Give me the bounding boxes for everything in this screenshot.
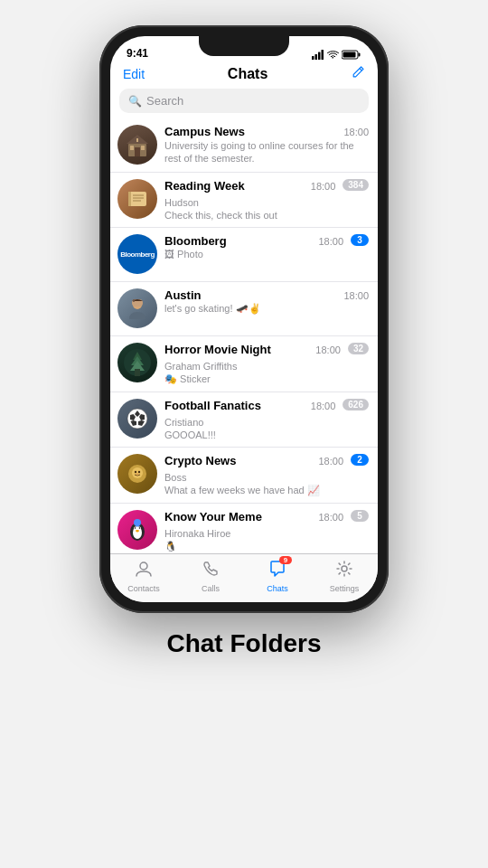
svg-rect-0 bbox=[312, 56, 314, 60]
badge-horror: 32 bbox=[348, 343, 369, 354]
chat-item-campus-news[interactable]: Campus News 18:00 University is going to… bbox=[110, 118, 378, 173]
chat-meta-horror: 32 bbox=[348, 343, 369, 354]
chats-badge: 9 bbox=[279, 556, 292, 564]
chat-time-crypto: 18:00 bbox=[318, 456, 343, 467]
svg-rect-1 bbox=[315, 54, 318, 60]
chat-name-campus-news: Campus News bbox=[164, 125, 245, 138]
chat-time-bloomberg: 18:00 bbox=[318, 236, 343, 247]
chat-item-crypto[interactable]: Crypto News 18:00 Boss What a few weeks … bbox=[110, 448, 378, 504]
chat-sub-meme: Hironaka Hiroe bbox=[164, 528, 230, 539]
chat-meta-crypto: 2 bbox=[351, 454, 369, 466]
svg-rect-3 bbox=[322, 50, 324, 60]
svg-point-47 bbox=[140, 562, 147, 570]
forest-icon bbox=[124, 349, 151, 376]
avatar-horror bbox=[117, 343, 157, 382]
avatar-crypto bbox=[117, 454, 157, 494]
svg-point-42 bbox=[139, 527, 141, 529]
svg-rect-25 bbox=[135, 369, 140, 376]
tab-chats[interactable]: 9 Chats bbox=[244, 560, 311, 593]
nav-bar: Edit Chats bbox=[110, 61, 378, 89]
chat-sub-crypto: Boss bbox=[164, 472, 186, 483]
chat-content-crypto: Crypto News 18:00 Boss What a few weeks … bbox=[164, 454, 343, 496]
badge-football: 626 bbox=[343, 399, 369, 410]
svg-rect-9 bbox=[135, 147, 140, 156]
phone-screen: 9:41 bbox=[110, 36, 378, 602]
svg-rect-6 bbox=[343, 52, 356, 58]
chat-sub-horror: Graham Griffiths bbox=[164, 361, 238, 372]
book-icon bbox=[125, 186, 150, 212]
tab-calls[interactable]: Calls bbox=[177, 560, 244, 593]
chat-time-meme: 18:00 bbox=[318, 512, 343, 523]
svg-rect-12 bbox=[136, 138, 138, 142]
tab-settings[interactable]: Settings bbox=[311, 560, 378, 593]
phone-shell: 9:41 bbox=[99, 25, 389, 613]
battery-icon bbox=[342, 50, 361, 60]
avatar-reading-week bbox=[117, 179, 157, 219]
svg-rect-20 bbox=[133, 299, 135, 302]
chat-preview-crypto: What a few weeks we have had 📈 bbox=[164, 485, 343, 496]
chat-meta-bloomberg: 3 bbox=[351, 234, 369, 246]
chat-preview-horror: 🎭 Sticker bbox=[164, 373, 341, 385]
edit-button[interactable]: Edit bbox=[123, 67, 145, 81]
badge-meme: 5 bbox=[351, 510, 369, 522]
tab-label-contacts: Contacts bbox=[127, 584, 160, 593]
chat-content-horror: Horror Movie Night 18:00 Graham Griffith… bbox=[164, 343, 341, 385]
chat-item-bloomberg[interactable]: Bloomberg Bloomberg 18:00 🖼 Photo 3 bbox=[110, 228, 378, 282]
chat-item-reading-week[interactable]: Reading Week 18:00 Hudson Check this, ch… bbox=[110, 173, 378, 228]
chat-list: Campus News 18:00 University is going to… bbox=[110, 118, 378, 553]
svg-point-33 bbox=[132, 467, 143, 478]
avatar-austin bbox=[117, 288, 157, 328]
chats-icon: 9 bbox=[268, 560, 286, 582]
badge-crypto: 2 bbox=[351, 454, 369, 466]
chat-content-football: Football Fanatics 18:00 Cristiano GOOOAL… bbox=[164, 399, 335, 440]
svg-rect-2 bbox=[318, 52, 321, 61]
chat-content-meme: Know Your Meme 18:00 Hironaka Hiroe 🐧 bbox=[164, 510, 343, 552]
chat-content-austin: Austin 18:00 let's go skating! 🛹✌ bbox=[164, 288, 369, 315]
svg-rect-5 bbox=[359, 53, 361, 57]
svg-point-35 bbox=[138, 471, 140, 473]
tab-label-calls: Calls bbox=[202, 584, 220, 593]
svg-rect-10 bbox=[130, 146, 134, 150]
chat-content-bloomberg: Bloomberg 18:00 🖼 Photo bbox=[164, 234, 343, 259]
chat-preview-bloomberg: 🖼 Photo bbox=[164, 249, 343, 259]
page-title: Chat Folders bbox=[166, 629, 321, 658]
chat-name-bloomberg: Bloomberg bbox=[164, 234, 227, 248]
signal-icon bbox=[312, 50, 324, 60]
page-title-section: Chat Folders bbox=[166, 629, 321, 658]
svg-point-41 bbox=[135, 527, 136, 529]
avatar-bloomberg: Bloomberg bbox=[117, 234, 157, 274]
chat-item-meme[interactable]: Know Your Meme 18:00 Hironaka Hiroe 🐧 5 bbox=[110, 504, 378, 553]
wifi-icon bbox=[327, 51, 339, 60]
tab-bar: Contacts Calls 9 Chats bbox=[110, 553, 378, 602]
badge-bloomberg: 3 bbox=[351, 234, 369, 246]
chat-name-meme: Know Your Meme bbox=[164, 510, 262, 524]
avatar-football bbox=[117, 399, 157, 439]
chat-meta-football: 626 bbox=[343, 399, 369, 410]
svg-point-34 bbox=[135, 471, 136, 473]
tab-contacts[interactable]: Contacts bbox=[110, 560, 177, 593]
contacts-icon bbox=[135, 560, 153, 582]
avatar-meme bbox=[117, 510, 157, 550]
person-icon bbox=[125, 296, 150, 321]
chat-preview-reading-week: Check this, check this out bbox=[164, 210, 335, 221]
chat-time-horror: 18:00 bbox=[315, 344, 341, 355]
chat-item-football[interactable]: Football Fanatics 18:00 Cristiano GOOOAL… bbox=[110, 392, 378, 448]
lion-icon bbox=[125, 461, 150, 486]
chat-name-crypto: Crypto News bbox=[164, 454, 236, 467]
svg-point-46 bbox=[136, 524, 139, 527]
search-bar[interactable]: 🔍 Search bbox=[119, 89, 369, 113]
svg-point-48 bbox=[342, 566, 347, 571]
chat-content-reading-week: Reading Week 18:00 Hudson Check this, ch… bbox=[164, 179, 335, 221]
chat-item-horror[interactable]: Horror Movie Night 18:00 Graham Griffith… bbox=[110, 336, 378, 392]
chat-name-football: Football Fanatics bbox=[164, 399, 261, 412]
campus-building-icon bbox=[124, 131, 151, 158]
status-time: 9:41 bbox=[127, 47, 148, 60]
compose-button[interactable] bbox=[351, 65, 365, 83]
svg-rect-11 bbox=[141, 146, 145, 150]
chat-item-austin[interactable]: Austin 18:00 let's go skating! 🛹✌ bbox=[110, 282, 378, 336]
nav-title: Chats bbox=[228, 66, 267, 82]
chat-sub-reading-week: Hudson bbox=[164, 197, 199, 208]
chat-time-austin: 18:00 bbox=[343, 290, 369, 301]
penguin-icon bbox=[125, 517, 150, 542]
tab-label-settings: Settings bbox=[330, 584, 360, 593]
